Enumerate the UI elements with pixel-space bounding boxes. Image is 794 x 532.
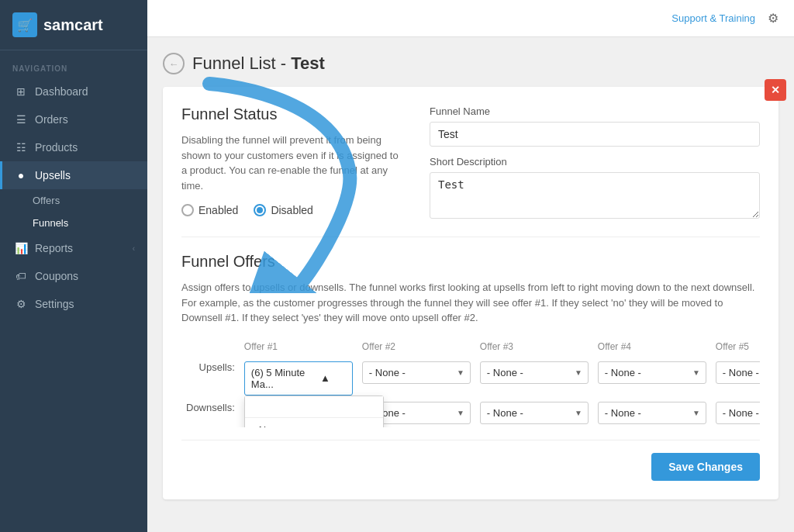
- offers-grid: Offer #1 Offer #2 Offer #3 Offer #4: [181, 341, 760, 427]
- funnel-name-label: Funnel Name: [430, 105, 760, 117]
- funnel-status-left: Funnel Status Disabling the funnel will …: [181, 105, 406, 221]
- sidebar-item-label: Coupons: [35, 270, 78, 282]
- upsell-offer3-select-input[interactable]: - None -: [480, 361, 589, 384]
- offers-label: Offers: [33, 195, 60, 206]
- products-icon: ☷: [15, 141, 27, 154]
- nav-section-label: NAVIGATION: [0, 50, 147, 78]
- col-offer4: Offer #4: [593, 341, 711, 358]
- short-desc-input[interactable]: Test: [430, 172, 760, 219]
- dropdown-option-none[interactable]: - None -: [245, 418, 383, 427]
- upsell-offer5-select-input[interactable]: - None -: [716, 361, 760, 384]
- settings-gear-icon[interactable]: ⚙: [768, 11, 778, 26]
- sidebar-item-coupons[interactable]: 🏷 Coupons: [0, 262, 147, 290]
- funnel-status-title: Funnel Status: [181, 105, 406, 123]
- upsell-offer4-select-input[interactable]: - None -: [598, 361, 706, 384]
- dashboard-icon: ⊞: [15, 85, 27, 98]
- radio-disabled[interactable]: Disabled: [254, 204, 312, 216]
- offers-table: Offer #1 Offer #2 Offer #3 Offer #4: [181, 341, 760, 427]
- sidebar-item-label: Reports: [35, 242, 73, 254]
- dropdown-selected-value[interactable]: (6) 5 Minute Ma... ▲: [244, 361, 353, 396]
- funnels-label: Funnels: [33, 217, 68, 229]
- downsell-offer3-select[interactable]: - None - ▼: [480, 402, 589, 424]
- main-card: ✕ Funnel Status Disabling the funnel wil…: [163, 87, 778, 499]
- funnel-status-right: Funnel Name Short Description Test: [430, 105, 760, 221]
- upsell-offer2-select[interactable]: - None - ▼: [362, 361, 471, 384]
- col-offer3: Offer #3: [475, 341, 593, 358]
- upsell-offer4-select[interactable]: - None - ▼: [598, 361, 706, 384]
- col-label: [181, 341, 240, 358]
- upsell-offer3-select[interactable]: - None - ▼: [480, 361, 589, 384]
- downsell-offer5-select-input[interactable]: - None -: [716, 402, 760, 424]
- radio-group: Enabled Disabled: [181, 204, 406, 216]
- dropdown-arrow: ▲: [320, 372, 330, 384]
- funnel-offers-title: Funnel Offers: [181, 253, 760, 271]
- funnel-offers-desc: Assign offers to upsells or downsells. T…: [181, 280, 760, 326]
- downsell-offer3-cell: - None - ▼: [475, 399, 593, 427]
- page-title-bar: ← Funnel List - Test: [163, 53, 778, 74]
- radio-dot: [257, 207, 263, 213]
- sidebar-item-label: Orders: [35, 113, 68, 126]
- main-content: Support & Training ⚙ ← Funnel List - Tes…: [147, 0, 794, 532]
- sidebar-item-dashboard[interactable]: ⊞ Dashboard: [0, 78, 147, 105]
- col-offer1: Offer #1: [240, 341, 357, 358]
- page-title: Funnel List - Test: [192, 54, 325, 74]
- save-changes-button[interactable]: Save Changes: [651, 453, 760, 481]
- radio-enabled-circle: [181, 204, 194, 216]
- sidebar-sub-item-funnels[interactable]: Funnels: [0, 212, 147, 234]
- downsell-offer3-select-input[interactable]: - None -: [480, 402, 589, 424]
- content-area: ← Funnel List - Test ✕ Funnel Status Dis…: [147, 37, 794, 532]
- radio-disabled-circle: [254, 204, 266, 216]
- short-desc-label: Short Description: [430, 156, 760, 168]
- sidebar-item-label: Settings: [35, 298, 74, 310]
- sidebar-sub-item-offers[interactable]: Offers: [0, 189, 147, 212]
- downsell-offer5-select[interactable]: - None - ▼: [716, 402, 760, 424]
- downsells-row-label: Downsells:: [181, 399, 240, 427]
- orders-icon: ☰: [15, 113, 27, 126]
- funnel-status-section: Funnel Status Disabling the funnel will …: [181, 105, 760, 221]
- radio-enabled[interactable]: Enabled: [181, 204, 238, 216]
- sidebar-item-label: Upsells: [35, 169, 71, 181]
- upsell-offer4-cell: - None - ▼: [593, 358, 711, 399]
- dropdown-search-input[interactable]: [245, 396, 383, 418]
- sidebar-item-products[interactable]: ☷ Products: [0, 133, 147, 161]
- logo-area: 🛒 samcart: [0, 0, 147, 50]
- upsell-offer1-cell: (6) 5 Minute Ma... ▲ - None - (24) Test …: [240, 358, 357, 399]
- sidebar-item-orders[interactable]: ☰ Orders: [0, 105, 147, 133]
- downsell-offer4-cell: - None - ▼: [593, 399, 711, 427]
- sidebar-item-upsells[interactable]: ● Upsells: [0, 161, 147, 189]
- dropdown-menu: - None - (24) Test Offer (6) 5 Minute Ma…: [244, 396, 384, 427]
- save-bar: Save Changes: [181, 440, 760, 481]
- sidebar-item-label: Products: [35, 141, 78, 154]
- upsell-offer5-select[interactable]: - None - ▼: [716, 361, 760, 384]
- col-offer5: Offer #5: [711, 341, 760, 358]
- close-button[interactable]: ✕: [765, 79, 786, 101]
- upsells-row: Upsells: (6) 5 Minute Ma... ▲: [181, 358, 760, 399]
- back-button[interactable]: ←: [163, 53, 185, 74]
- upsells-row-label: Upsells:: [181, 358, 240, 399]
- reports-chevron: ‹: [133, 244, 135, 253]
- upsells-icon: ●: [15, 169, 27, 181]
- funnel-offers-section: Funnel Offers Assign offers to upsells o…: [181, 253, 760, 427]
- sidebar: 🛒 samcart NAVIGATION ⊞ Dashboard ☰ Order…: [0, 0, 147, 532]
- logo-icon: 🛒: [12, 12, 37, 37]
- topbar: Support & Training ⚙: [147, 0, 794, 37]
- upsell-offer2-select-input[interactable]: - None -: [362, 361, 471, 384]
- sidebar-item-settings[interactable]: ⚙ Settings: [0, 290, 147, 318]
- short-description-field: Short Description Test: [430, 156, 760, 221]
- sidebar-item-label: Dashboard: [35, 85, 88, 98]
- downsell-offer4-select-input[interactable]: - None -: [598, 402, 706, 424]
- downsell-offer4-select[interactable]: - None - ▼: [598, 402, 706, 424]
- funnel-name-input[interactable]: [430, 122, 760, 147]
- settings-icon: ⚙: [15, 298, 27, 310]
- sidebar-item-reports[interactable]: 📊 Reports ‹: [0, 234, 147, 262]
- upsell-offer2-cell: - None - ▼: [357, 358, 475, 399]
- upsell-offer3-cell: - None - ▼: [475, 358, 593, 399]
- col-offer2: Offer #2: [357, 341, 475, 358]
- logo-text: samcart: [43, 16, 103, 34]
- reports-icon: 📊: [15, 242, 27, 254]
- funnel-name-field: Funnel Name: [430, 105, 760, 147]
- support-training-link[interactable]: Support & Training: [671, 12, 755, 24]
- upsell-offer1-dropdown[interactable]: (6) 5 Minute Ma... ▲ - None - (24) Test …: [244, 361, 353, 396]
- coupons-icon: 🏷: [15, 270, 27, 282]
- downsell-offer5-cell: - None - ▼: [711, 399, 760, 427]
